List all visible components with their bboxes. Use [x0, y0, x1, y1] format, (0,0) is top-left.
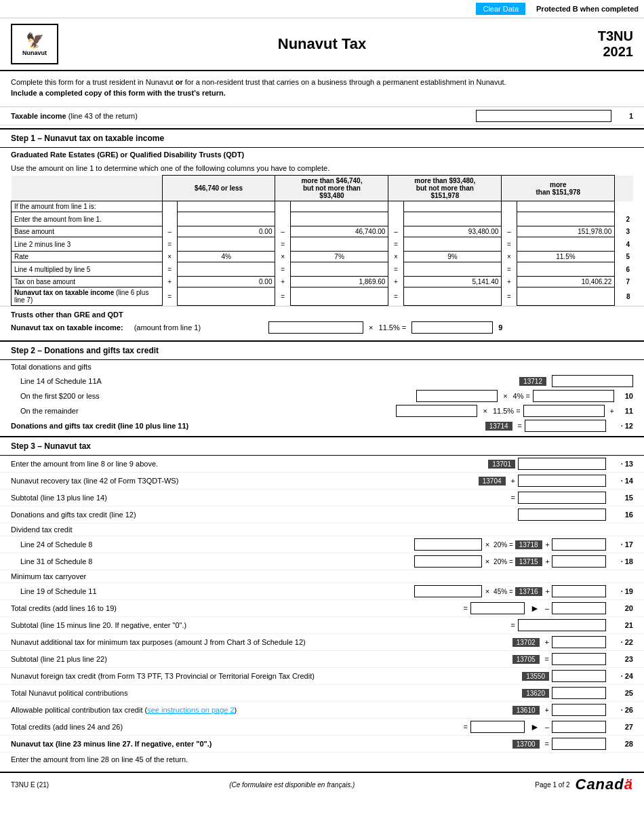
tax-base-col1: 0.00 — [177, 277, 275, 287]
line2minus3-col4[interactable] — [520, 239, 612, 250]
step3-row-20: Total credits (add lines 16 to 19) = ► –… — [0, 600, 644, 617]
step2-donations-result[interactable] — [525, 420, 606, 432]
line-5-num: 5 — [615, 252, 633, 262]
step3-row21-label: Subtotal (line 15 minus line 20. If nega… — [11, 621, 508, 629]
step2-first200-result[interactable] — [533, 390, 614, 402]
step3-row16-input[interactable] — [518, 509, 606, 521]
step3-row-16: Donations and gifts tax credit (line 12)… — [0, 507, 644, 523]
footer-center: (Ce formulaire est disponible en françai… — [229, 781, 355, 789]
step3-op23: = — [545, 655, 549, 663]
op-minus-3: – — [388, 226, 403, 237]
code-13715: 13715 — [515, 557, 542, 566]
form-instructions: Complete this form for a trust resident … — [0, 71, 644, 107]
step3-row-13: Enter the amount from line 8 or line 9 a… — [0, 456, 644, 473]
col1-if — [177, 201, 275, 212]
line-15-num: 15 — [609, 494, 633, 502]
nunavut-tax-col1[interactable] — [180, 291, 273, 302]
taxable-income-input[interactable] — [476, 110, 611, 122]
step3-row21-input[interactable] — [518, 619, 606, 631]
step3-row15-input[interactable] — [518, 492, 606, 504]
trusts-other-section: Trusts other than GRE and QDT Nunavut ta… — [0, 306, 644, 338]
line4x5-col4[interactable] — [520, 264, 612, 275]
enter-amount-col4[interactable] — [520, 214, 612, 224]
step3-row20-input[interactable] — [470, 602, 525, 614]
see-instructions-link[interactable]: see instructions on page 2 — [147, 706, 234, 714]
line2minus3-col1[interactable] — [180, 239, 273, 250]
step3-rate19: 45% = — [494, 588, 513, 595]
op-x-1: × — [162, 252, 177, 262]
nunavut-logo: 🦅 Nunavut — [11, 24, 58, 64]
step2-donations-op: = — [518, 422, 522, 430]
tax-base-col3: 5,141.40 — [403, 277, 502, 287]
op-minus-1: – — [162, 226, 177, 237]
code-13610: 13610 — [512, 706, 540, 715]
line-25-num: 25 — [609, 689, 633, 697]
nunavut-tax-col3[interactable] — [407, 291, 499, 302]
step3-row28-input[interactable] — [552, 738, 606, 750]
step3-row23-label: Subtotal (line 21 plus line 22) — [11, 655, 512, 663]
step3-row20-result[interactable] — [552, 602, 606, 614]
col2-header: more than $46,740,but not more than$93,4… — [275, 176, 388, 201]
step3-op18: + — [546, 557, 550, 565]
step2-line14-input[interactable] — [552, 375, 633, 387]
line4x5-col1[interactable] — [180, 264, 273, 275]
table-row-line4x5: Line 4 multiplied by line 5 = = = = 6 — [12, 262, 633, 277]
step3-row13-input[interactable] — [518, 458, 606, 470]
line2minus3-col3[interactable] — [407, 239, 499, 250]
step3-row14-input[interactable] — [518, 475, 606, 487]
step2-x1: × — [503, 392, 507, 400]
col3-header: more than $93,480,but not more than$151,… — [388, 176, 502, 201]
step1-subheader: Graduated Rate Estates (GRE) or Qualifie… — [0, 148, 644, 161]
step2-remainder-result[interactable] — [523, 405, 605, 417]
op-minus-2: – — [275, 226, 290, 237]
step3-row27-result[interactable] — [552, 721, 606, 733]
op-eq-8: = — [502, 262, 517, 277]
base-col3: 93,480.00 — [403, 226, 502, 237]
step3-row23-input[interactable] — [552, 653, 606, 665]
step2-remainder-input[interactable] — [396, 405, 477, 417]
step2-first200-rate: 4% = — [513, 392, 530, 400]
step3-row-23: Subtotal (line 21 plus line 22) 13705 = … — [0, 651, 644, 668]
line-10-num: 10 — [617, 392, 633, 400]
trusts-other-input[interactable] — [268, 321, 363, 334]
step3-row19-input[interactable] — [414, 585, 482, 597]
clear-data-button[interactable]: Clear Data — [476, 3, 525, 15]
step3-row19-result[interactable] — [552, 585, 606, 597]
step2-first200-input[interactable] — [416, 390, 498, 402]
trusts-result[interactable] — [411, 321, 493, 334]
step3-rate17: 20% = — [494, 541, 513, 549]
line4x5-col2[interactable] — [294, 264, 386, 275]
step3-op20: = — [464, 604, 468, 612]
nunavut-tax-col2[interactable] — [294, 291, 386, 302]
step3-row-24: Nunavut foreign tax credit (from Form T3… — [0, 668, 644, 685]
enter-amount-col1[interactable] — [180, 214, 273, 224]
op-empty-4 — [502, 201, 517, 212]
enter-amount-col3[interactable] — [407, 214, 499, 224]
step1-instruction: Use the amount on line 1 to determine wh… — [0, 161, 644, 175]
step3-row18-input[interactable] — [414, 555, 482, 568]
tax-base-label: Tax on base amount — [12, 277, 163, 287]
step3-row26-input[interactable] — [552, 704, 606, 716]
step3-row24-input[interactable] — [552, 670, 606, 682]
step3-arrow20: ► — [530, 603, 540, 614]
step3-row22-input[interactable] — [552, 636, 606, 648]
line-1-num: 1 — [620, 112, 633, 120]
step3-op17: + — [546, 540, 550, 549]
line2minus3-col2[interactable] — [294, 239, 386, 250]
line4x5-col3[interactable] — [407, 264, 499, 275]
base-amount-label: Base amount — [12, 226, 163, 237]
step2-remainder-rate: 11.5% = — [493, 407, 521, 415]
nunavut-tax-col4[interactable] — [520, 291, 612, 302]
op-eq-5: = — [162, 262, 177, 277]
op-eq-9: = — [162, 287, 177, 306]
instruction-line2: Include a completed copy of this form wi… — [11, 89, 226, 97]
op-eq-6: = — [275, 262, 290, 277]
step3-row25-input[interactable] — [552, 687, 606, 699]
enter-amount-col2[interactable] — [294, 214, 386, 224]
step3-row27-input[interactable] — [470, 721, 525, 733]
step3-row17-result[interactable] — [552, 538, 606, 551]
step3-row18-result[interactable] — [552, 555, 606, 568]
base-col4: 151,978.00 — [517, 226, 615, 237]
step3-row17-input[interactable] — [414, 538, 482, 551]
code-13701: 13701 — [488, 460, 515, 469]
